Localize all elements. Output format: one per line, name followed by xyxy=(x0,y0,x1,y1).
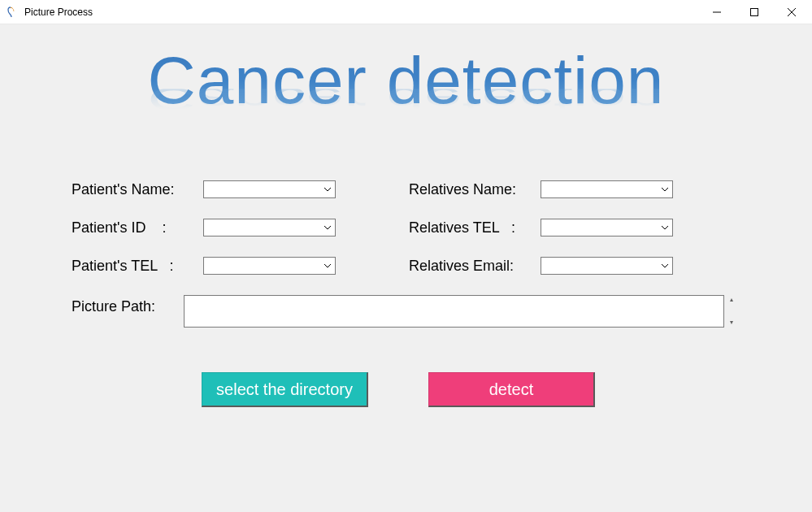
input-picture-path[interactable] xyxy=(184,295,724,328)
label-picture-path: Picture Path: xyxy=(72,295,184,315)
label-relatives-name: Relatives Name: xyxy=(409,181,531,198)
field-patient-id: Patient's ID : xyxy=(72,219,336,236)
page-title-reflection: Cancer detection xyxy=(0,89,812,109)
chevron-down-icon[interactable] xyxy=(658,258,671,273)
input-relatives-email[interactable] xyxy=(541,257,673,275)
maximize-button[interactable] xyxy=(736,0,773,24)
input-patient-tel[interactable] xyxy=(203,257,336,275)
input-patient-name[interactable] xyxy=(203,180,336,198)
select-directory-button[interactable]: select the directory xyxy=(202,372,368,407)
field-patient-name: Patient's Name: xyxy=(72,180,336,198)
close-button[interactable] xyxy=(773,0,810,24)
window-title: Picture Process xyxy=(24,7,93,18)
input-relatives-tel[interactable] xyxy=(541,219,673,236)
label-patient-name: Patient's Name: xyxy=(72,181,193,198)
field-relatives-tel: Relatives TEL : xyxy=(409,219,673,236)
chevron-down-icon[interactable] xyxy=(320,258,334,273)
heading-wrap: Cancer detection Cancer detection xyxy=(0,24,812,149)
field-relatives-email: Relatives Email: xyxy=(409,257,673,275)
field-patient-tel: Patient's TEL : xyxy=(72,257,336,275)
input-relatives-name[interactable] xyxy=(541,180,673,198)
label-relatives-tel: Relatives TEL : xyxy=(409,219,531,236)
scroll-down-icon[interactable]: ▾ xyxy=(730,319,733,326)
label-patient-tel: Patient's TEL : xyxy=(72,258,193,275)
detect-button[interactable]: detect xyxy=(428,372,595,407)
chevron-down-icon[interactable] xyxy=(320,220,334,235)
field-picture-path: Picture Path: ▴ ▾ xyxy=(72,295,738,328)
app-icon xyxy=(7,6,20,19)
title-bar: Picture Process xyxy=(0,0,812,24)
scroll-up-icon[interactable]: ▴ xyxy=(730,297,733,303)
form-area: Patient's Name: Relatives Name: Patient'… xyxy=(72,180,738,407)
chevron-down-icon[interactable] xyxy=(320,182,334,197)
label-patient-id: Patient's ID : xyxy=(72,219,193,236)
chevron-down-icon[interactable] xyxy=(658,182,671,197)
scrollbar[interactable]: ▴ ▾ xyxy=(724,295,738,328)
minimize-button[interactable] xyxy=(698,0,736,24)
label-relatives-email: Relatives Email: xyxy=(409,258,531,275)
field-relatives-name: Relatives Name: xyxy=(409,180,673,198)
chevron-down-icon[interactable] xyxy=(658,220,671,235)
svg-rect-2 xyxy=(751,8,758,15)
content-area: Cancer detection Cancer detection Patien… xyxy=(0,24,812,512)
input-patient-id[interactable] xyxy=(203,219,336,236)
